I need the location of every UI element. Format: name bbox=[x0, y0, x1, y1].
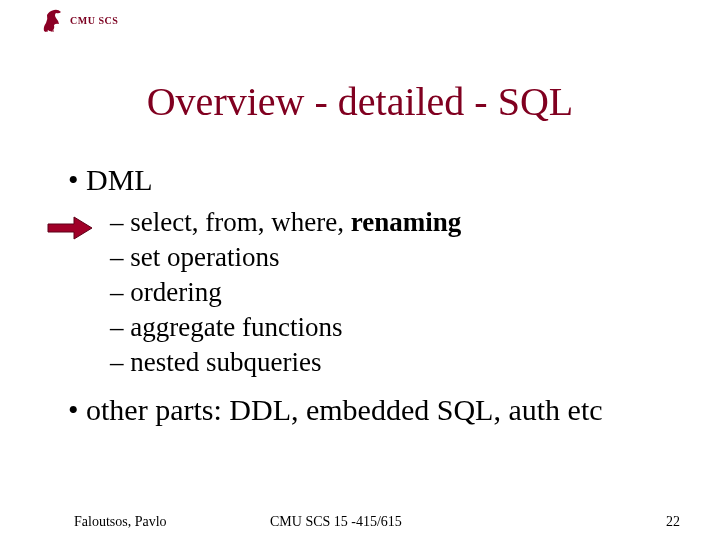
griffin-logo-icon bbox=[40, 5, 66, 35]
footer-authors: Faloutsos, Pavlo bbox=[74, 514, 167, 530]
slide-header: CMU SCS bbox=[40, 5, 118, 35]
bullet-dml: DML bbox=[68, 160, 603, 199]
sub-bullet-text: – select, from, where, bbox=[110, 207, 351, 237]
sub-bullet-setops: – set operations bbox=[110, 240, 603, 275]
bullet-other: other parts: DDL, embedded SQL, auth etc bbox=[68, 390, 603, 429]
sub-bullet-select: – select, from, where, renaming bbox=[110, 205, 603, 240]
sub-bullet-aggregate: – aggregate functions bbox=[110, 310, 603, 345]
header-institution: CMU SCS bbox=[70, 15, 118, 26]
footer-page-number: 22 bbox=[666, 514, 680, 530]
sub-bullet-bold: renaming bbox=[351, 207, 462, 237]
slide-body: DML – select, from, where, renaming – se… bbox=[68, 160, 603, 435]
slide-title: Overview - detailed - SQL bbox=[0, 78, 720, 125]
sub-bullet-group: – select, from, where, renaming – set op… bbox=[110, 205, 603, 380]
sub-bullet-nested: – nested subqueries bbox=[110, 345, 603, 380]
sub-bullet-ordering: – ordering bbox=[110, 275, 603, 310]
footer-course: CMU SCS 15 -415/615 bbox=[270, 514, 402, 530]
